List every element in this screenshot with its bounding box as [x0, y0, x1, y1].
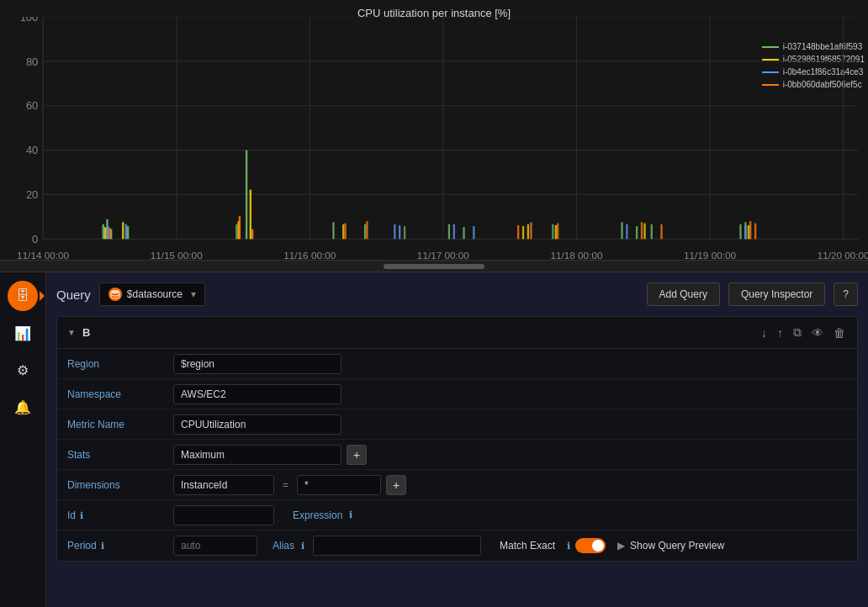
svg-text:100: 100	[20, 17, 39, 24]
region-row: Region	[57, 349, 857, 379]
svg-rect-31	[246, 150, 247, 240]
sidebar-item-alerts[interactable]: 🔔	[8, 392, 38, 422]
dimensions-value-input[interactable]	[297, 475, 381, 495]
delete-icon[interactable]: 🗑	[832, 325, 847, 341]
svg-point-73	[111, 290, 119, 293]
svg-text:11/20 00:00: 11/20 00:00	[818, 250, 868, 261]
bell-icon: 🔔	[14, 399, 31, 415]
svg-rect-38	[621, 222, 622, 239]
period-label: Period ℹ	[57, 533, 167, 558]
namespace-input[interactable]	[173, 384, 341, 404]
svg-rect-50	[555, 225, 557, 239]
query-panel: Query $datasource ▾ Add Query Query Insp…	[46, 272, 868, 607]
chart-container: CPU utilization per instance [%] i-03714…	[0, 0, 868, 261]
svg-rect-53	[107, 226, 108, 239]
match-exact-toggle[interactable]	[575, 538, 606, 553]
svg-rect-60	[744, 226, 746, 239]
svg-rect-41	[739, 224, 741, 240]
svg-rect-30	[236, 224, 237, 240]
duplicate-icon[interactable]: ⧉	[791, 324, 803, 341]
svg-rect-34	[404, 226, 405, 239]
query-inspector-button[interactable]: Query Inspector	[728, 282, 825, 306]
metric-name-input[interactable]	[173, 414, 341, 435]
match-exact-info-icon[interactable]: ℹ	[567, 541, 570, 552]
svg-rect-67	[530, 222, 532, 239]
query-block-name: B	[82, 326, 90, 339]
show-query-preview-button[interactable]: ▶ Show Query Preview	[617, 540, 724, 552]
id-input[interactable]	[173, 505, 274, 525]
period-input[interactable]	[173, 536, 257, 556]
svg-text:11/16 00:00: 11/16 00:00	[283, 250, 336, 261]
dimensions-key-input[interactable]	[173, 475, 274, 495]
toggle-knob	[592, 540, 604, 552]
svg-rect-33	[364, 224, 366, 240]
namespace-row: Namespace	[57, 379, 857, 409]
query-rows: Region Namespace Metric Name	[57, 349, 857, 561]
settings-icon: ⚙	[17, 362, 29, 378]
match-exact-label: Match Exact	[500, 540, 555, 552]
svg-text:40: 40	[26, 144, 38, 156]
sidebar-item-chart[interactable]: 📊	[8, 318, 38, 348]
expression-label: Expression	[293, 509, 342, 521]
svg-rect-51	[643, 224, 645, 240]
datasource-name: $datasource	[127, 288, 183, 300]
move-up-icon[interactable]: ↑	[775, 325, 785, 341]
svg-rect-56	[399, 225, 400, 239]
help-button[interactable]: ?	[834, 282, 858, 306]
move-down-icon[interactable]: ↓	[760, 325, 769, 341]
svg-rect-47	[342, 224, 344, 240]
datasource-icon	[108, 288, 122, 301]
datasource-selector[interactable]: $datasource ▾	[99, 282, 205, 306]
dimensions-add-button[interactable]: +	[386, 475, 406, 495]
svg-rect-54	[125, 224, 127, 240]
database-icon: 🗄	[16, 288, 29, 304]
stats-row: Stats +	[57, 440, 857, 470]
svg-text:11/17 00:00: 11/17 00:00	[417, 250, 469, 261]
svg-rect-36	[463, 227, 464, 239]
svg-rect-59	[626, 224, 627, 240]
svg-rect-48	[522, 226, 524, 239]
svg-rect-52	[748, 225, 749, 239]
namespace-value	[167, 381, 857, 408]
alias-input[interactable]	[313, 536, 481, 556]
query-label: Query	[56, 288, 91, 302]
alias-info-icon[interactable]: ℹ	[301, 541, 304, 552]
metric-name-label: Metric Name	[57, 412, 167, 437]
toggle-visibility-icon[interactable]: 👁	[810, 325, 825, 341]
svg-rect-49	[527, 224, 529, 240]
svg-text:11/18 00:00: 11/18 00:00	[550, 250, 602, 261]
query-block-b: ▼ B ↓ ↑ ⧉ 👁 🗑 Region	[56, 316, 858, 562]
add-query-button[interactable]: Add Query	[647, 282, 720, 306]
stats-input[interactable]	[173, 445, 341, 465]
svg-text:11/19 00:00: 11/19 00:00	[684, 250, 736, 261]
svg-rect-26	[103, 224, 104, 240]
stats-label: Stats	[57, 442, 167, 467]
sidebar-item-settings[interactable]: ⚙	[8, 355, 38, 385]
chevron-right-icon: ▶	[617, 540, 625, 552]
period-info-icon[interactable]: ℹ	[101, 541, 104, 551]
svg-text:11/15 00:00: 11/15 00:00	[151, 250, 203, 261]
region-input[interactable]	[173, 354, 341, 374]
expression-info-icon[interactable]: ℹ	[349, 509, 352, 520]
stats-add-button[interactable]: +	[347, 445, 367, 465]
svg-rect-29	[127, 226, 129, 239]
chart-icon: 📊	[14, 325, 31, 341]
namespace-label: Namespace	[57, 382, 167, 407]
svg-rect-61	[109, 228, 111, 239]
svg-rect-43	[104, 227, 106, 239]
id-info-icon[interactable]: ℹ	[80, 510, 83, 520]
svg-rect-64	[344, 224, 346, 240]
region-label: Region	[57, 351, 167, 377]
dimensions-value: = +	[167, 472, 857, 499]
sidebar-item-database[interactable]: 🗄	[8, 281, 38, 311]
stats-value: +	[167, 441, 857, 468]
id-value: Expression ℹ	[167, 502, 857, 529]
svg-rect-62	[239, 216, 241, 239]
collapse-arrow-icon[interactable]: ▼	[67, 328, 76, 337]
id-label: Id ℹ	[57, 503, 167, 528]
query-header: Query $datasource ▾ Add Query Query Insp…	[56, 282, 858, 306]
svg-text:20: 20	[26, 188, 38, 201]
dimensions-row: Dimensions = +	[57, 470, 857, 500]
svg-rect-57	[453, 224, 455, 240]
svg-rect-46	[250, 190, 251, 240]
